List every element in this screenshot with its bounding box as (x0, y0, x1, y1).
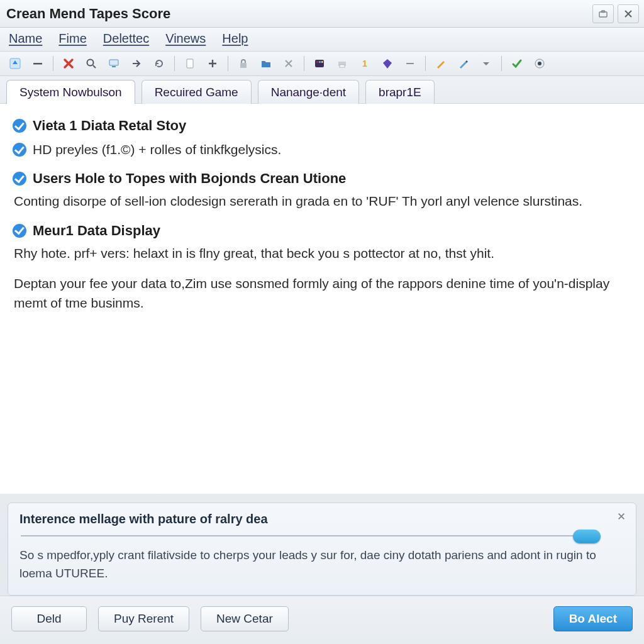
eye-icon[interactable] (531, 55, 548, 72)
svg-rect-11 (319, 61, 321, 63)
svg-rect-3 (33, 63, 42, 65)
new-cetar-button[interactable]: New Cetar (201, 606, 289, 631)
footer: Deld Puy Rerent New Cetar Bo Alect (0, 596, 644, 644)
svg-rect-7 (187, 59, 193, 68)
folder-blue-icon[interactable] (257, 55, 275, 72)
bo-alect-button[interactable]: Bo Alect (553, 606, 633, 631)
notice-close-button[interactable] (614, 509, 628, 523)
monitor-icon[interactable] (105, 55, 123, 72)
pencil-icon[interactable] (455, 55, 472, 72)
deld-button[interactable]: Deld (11, 606, 87, 631)
toolbar: 1 (0, 52, 644, 76)
svg-rect-1 (602, 11, 605, 13)
refresh-icon[interactable] (150, 55, 168, 72)
minus-icon[interactable] (29, 55, 47, 72)
tab-nanange[interactable]: Nanange·dent (258, 80, 359, 104)
check-icon (13, 224, 26, 238)
tab-row: System Nowbulson Recuired Game Nanange·d… (0, 76, 644, 104)
svg-point-19 (538, 62, 541, 65)
plus-icon[interactable] (204, 55, 221, 72)
svg-point-4 (87, 60, 94, 66)
up-icon[interactable] (6, 55, 24, 72)
notice-panel: Interence mellage with pature of ralry d… (8, 502, 636, 596)
tab-system[interactable]: System Nowbulson (6, 80, 135, 104)
notice-title: Interence mellage with pature of ralry d… (19, 512, 626, 526)
notice-body: So s mpedfor,yply crant filativside to c… (19, 547, 626, 582)
menu-vinews[interactable]: Vinews (165, 31, 206, 46)
titlebar: Crean Mend Tapes Score (0, 0, 644, 28)
tab-recuired[interactable]: Recuired Game (142, 80, 252, 104)
svg-rect-6 (112, 66, 116, 67)
svg-rect-5 (109, 60, 118, 65)
palette-icon[interactable] (311, 55, 328, 72)
x-red-icon[interactable] (60, 55, 77, 72)
window-title: Crean Mend Tapes Score (6, 6, 170, 22)
caret-down-icon[interactable] (477, 55, 495, 72)
notice-slider-thumb[interactable] (573, 530, 601, 543)
section1-title: Vieta 1 Diata Retal Stoy (33, 118, 186, 134)
check-icon (13, 119, 26, 133)
section3-body1: Rhy hote. prf+ vers: helaxt in is flny g… (14, 244, 631, 263)
check-icon (13, 143, 26, 157)
section2-title: Users Hole to Topes with Bojonds Crean U… (33, 170, 346, 187)
content-panel: Vieta 1 Diata Retal Stoy HD preyles (f1.… (0, 104, 644, 494)
tab-brapr[interactable]: brapr1E (365, 80, 435, 104)
check-green-icon[interactable] (508, 55, 526, 72)
section2-body: Conting disorpe of sell-ion clodesign se… (14, 192, 631, 211)
window-briefcase-button[interactable] (592, 4, 614, 23)
svg-rect-0 (599, 12, 607, 17)
menu-fime[interactable]: Fime (58, 31, 86, 46)
svg-rect-9 (315, 60, 324, 67)
printer-icon[interactable] (333, 55, 351, 72)
menubar: Name Fime Delettec Vinews Help (0, 28, 644, 52)
window-close-button[interactable] (618, 4, 639, 23)
check-icon (13, 172, 26, 186)
svg-rect-10 (316, 61, 318, 63)
cross-grey-icon[interactable] (280, 55, 297, 72)
lock-icon[interactable] (235, 55, 252, 72)
notice-slider[interactable] (21, 535, 601, 536)
arrow-right-icon[interactable] (128, 55, 145, 72)
section3-title: Meur1 Data Display (33, 223, 160, 239)
page-icon[interactable] (181, 55, 199, 72)
svg-rect-17 (406, 63, 414, 64)
svg-rect-15 (340, 65, 345, 67)
svg-rect-8 (240, 63, 247, 68)
one-icon[interactable]: 1 (356, 55, 374, 72)
svg-rect-12 (321, 61, 323, 63)
menu-help[interactable]: Help (222, 31, 248, 46)
dash-icon[interactable] (401, 55, 419, 72)
pen-icon[interactable] (432, 55, 450, 72)
section1-line: HD preyles (f1.©) + rolles of tinkfkgely… (33, 140, 281, 159)
svg-rect-14 (340, 59, 345, 62)
search-icon[interactable] (82, 55, 100, 72)
menu-delettec[interactable]: Delettec (103, 31, 149, 46)
gem-icon[interactable] (379, 55, 396, 72)
svg-text:1: 1 (362, 58, 367, 69)
menu-name[interactable]: Name (9, 31, 42, 46)
puy-rerent-button[interactable]: Puy Rerent (98, 606, 189, 631)
section3-body2: Deptan your fee your data to,Zim use son… (14, 274, 631, 313)
